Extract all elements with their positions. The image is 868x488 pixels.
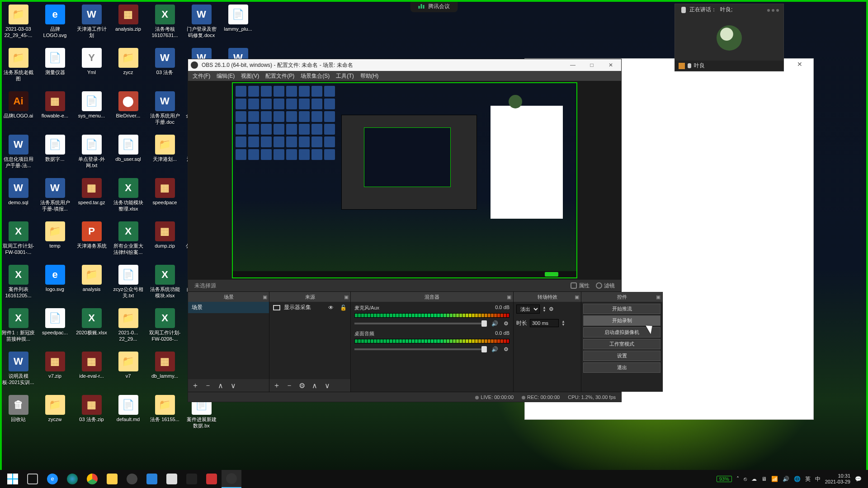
control-button[interactable]: 设置 <box>583 351 660 361</box>
desktop-icon[interactable]: W门户登录及密码修复.docx <box>185 3 218 43</box>
notifications-icon[interactable]: 💬 <box>855 476 862 482</box>
chrome-button[interactable] <box>82 470 102 488</box>
visibility-toggle[interactable]: 👁 <box>328 305 334 311</box>
desktop-icon[interactable]: 🗑回收站 <box>2 393 35 434</box>
menu-item[interactable]: 文件(F) <box>193 72 210 80</box>
tray-icon[interactable]: 🖥 <box>761 476 767 482</box>
preview-canvas[interactable] <box>233 83 576 277</box>
desktop-icon[interactable]: 📄lammy_plu... <box>222 3 255 43</box>
menu-item[interactable]: 编辑(E) <box>217 72 235 80</box>
tray-chevron-icon[interactable]: ˄ <box>736 476 739 482</box>
desktop-icon[interactable]: 📁天津港划... <box>148 133 181 174</box>
desktop-icon[interactable]: 📁zycz <box>112 46 145 87</box>
desktop-icon[interactable]: 📁zyczw <box>38 393 71 434</box>
add-source-button[interactable]: ＋ <box>273 382 280 389</box>
transition-select[interactable]: 淡出 <box>516 305 540 314</box>
tray-icon[interactable]: ☁ <box>751 476 757 482</box>
source-item[interactable]: 显示器采集 👁 🔓 <box>269 302 350 313</box>
start-button[interactable] <box>3 470 23 488</box>
taskbar-clock[interactable]: 10:31 2021-03-29 <box>825 473 850 484</box>
obs-preview[interactable] <box>188 81 621 280</box>
control-button[interactable]: 工作室模式 <box>583 339 660 349</box>
menu-item[interactable]: 帮助(H) <box>360 72 379 80</box>
desktop-icon[interactable]: 📁2021-0... 22_29... <box>112 306 145 347</box>
desktop-icon[interactable]: X所有企业重大法律纠纷案... <box>112 220 145 260</box>
desktop-icon[interactable]: W说明及模板-2021实训... <box>2 350 35 390</box>
desktop-icon[interactable]: X双周工作计划-FW-0208-... <box>148 306 181 347</box>
ime-indicator[interactable]: 中 <box>815 475 821 483</box>
desktop-icon[interactable]: 📄zcyz公众号相关.txt <box>112 263 145 304</box>
app-button-3[interactable] <box>182 470 202 488</box>
menu-item[interactable]: 场景集合(S) <box>301 72 330 80</box>
dock-pop-icon[interactable]: ▣ <box>344 294 349 300</box>
desktop-icon[interactable]: ▦flowable-e... <box>38 89 71 130</box>
desktop-icon[interactable]: ▦db_lammy... <box>148 350 181 390</box>
desktop-icon[interactable]: X案件列表 16161205... <box>2 263 35 304</box>
tray-icon[interactable]: 🌐 <box>794 476 801 482</box>
desktop-icon[interactable]: YYml <box>75 46 108 87</box>
desktop-icon[interactable]: elogo.svg <box>38 263 71 304</box>
edge-button[interactable] <box>62 470 82 488</box>
volume-slider[interactable] <box>354 348 487 350</box>
desktop-icon[interactable]: ▦dump.zip <box>148 220 181 260</box>
properties-button[interactable]: 属性 <box>571 282 590 290</box>
desktop-icon[interactable]: W天津港工作计划 <box>75 3 108 43</box>
desktop-icon[interactable]: W法务系统用户手册-填报... <box>38 176 71 217</box>
source-up-button[interactable]: ∧ <box>311 382 318 389</box>
desktop-icon[interactable]: 📁analysis <box>75 263 108 304</box>
desktop-icon[interactable]: X2020极账.xlsx <box>75 306 108 347</box>
source-down-button[interactable]: ∨ <box>324 382 331 389</box>
desktop-icon[interactable]: W法务系统用户手册.doc <box>148 89 181 130</box>
mute-button[interactable]: 🔊 <box>491 346 499 352</box>
control-button[interactable]: 启动虚拟摄像机 <box>583 327 660 338</box>
desktop-icon[interactable]: ▦v7.zip <box>38 350 71 390</box>
settings-button[interactable] <box>122 470 142 488</box>
desktop-icon[interactable]: P天津港务系统 <box>75 220 108 260</box>
ie-button[interactable]: e <box>42 470 62 488</box>
taskview-button[interactable] <box>23 470 42 488</box>
menu-item[interactable]: 工具(T) <box>336 72 354 80</box>
desktop-icon[interactable]: 📄测量仪器 <box>38 46 71 87</box>
desktop-icon[interactable]: X法务功能模块整理.xlsx <box>112 176 145 217</box>
channel-settings-button[interactable]: ⚙ <box>502 346 509 352</box>
desktop-icon[interactable]: ⬤BleDriver... <box>112 89 145 130</box>
close-button[interactable]: ✕ <box>603 62 618 68</box>
obs-taskbar-button[interactable] <box>222 470 241 488</box>
explorer-button[interactable] <box>102 470 122 488</box>
app-button-2[interactable] <box>162 470 182 488</box>
desktop-icon[interactable]: Ai品牌LOGO.ai <box>2 89 35 130</box>
remove-source-button[interactable]: － <box>286 382 293 389</box>
desktop-icon[interactable]: 📁法务系统老截图 <box>2 46 35 87</box>
desktop-icon[interactable]: 📁2021-03-03 22_29_45-... <box>2 3 35 43</box>
meeting-top-bar[interactable]: 腾讯会议 <box>410 2 458 12</box>
desktop-icon[interactable]: X法务系统功能模块.xlsx <box>148 263 181 304</box>
minimize-button[interactable]: — <box>565 62 580 68</box>
obs-titlebar[interactable]: OBS 26.1.0 (64-bit, windows) - 配置文件: 未命名… <box>188 59 621 71</box>
desktop-icon[interactable]: 📁v7 <box>112 350 145 390</box>
desktop-icon[interactable]: 📄speedpac... <box>38 306 71 347</box>
desktop-icon[interactable]: 📄数据字... <box>38 133 71 174</box>
volume-icon[interactable]: 🔊 <box>783 476 789 482</box>
dock-pop-icon[interactable]: ▣ <box>263 294 267 300</box>
volume-slider[interactable] <box>354 323 487 324</box>
menu-item[interactable]: 视图(V) <box>241 72 259 80</box>
scene-down-button[interactable]: ∨ <box>230 382 237 389</box>
desktop-icon[interactable]: ▦speed.tar.gz <box>75 176 108 217</box>
mute-button[interactable]: 🔊 <box>491 320 499 327</box>
dock-pop-icon[interactable]: ▣ <box>507 294 511 300</box>
control-button[interactable]: 退出 <box>583 362 660 373</box>
maximize-button[interactable]: □ <box>584 62 599 68</box>
scene-up-button[interactable]: ∧ <box>217 382 224 389</box>
desktop-icon[interactable]: e品牌LOGO.svg <box>38 3 71 43</box>
lock-toggle[interactable]: 🔓 <box>340 305 347 311</box>
desktop-icon[interactable]: 📄db_user.sql <box>112 133 145 174</box>
app-button-4[interactable] <box>202 470 222 488</box>
tray-icon[interactable]: ⎋ <box>744 476 747 482</box>
desktop-icon[interactable]: ▦03 法务.zip <box>75 393 108 434</box>
dock-pop-icon[interactable]: ▣ <box>656 294 660 300</box>
transition-settings-button[interactable]: ⚙ <box>549 306 554 312</box>
duration-input[interactable] <box>530 319 559 327</box>
control-button[interactable]: 开始录制 <box>583 315 660 326</box>
wifi-icon[interactable]: 📶 <box>771 476 778 482</box>
desktop-icon[interactable]: ▦speedpace <box>148 176 181 217</box>
